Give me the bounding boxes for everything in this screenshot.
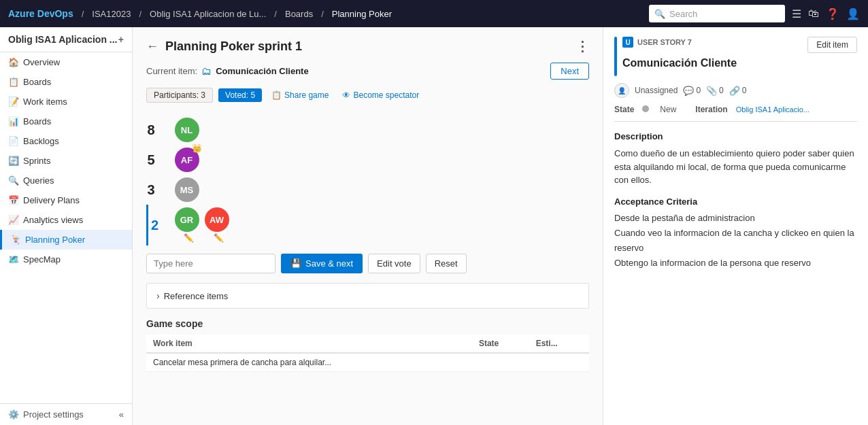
acceptance-text: Desde la pestaña de administracion Cuand… (614, 211, 857, 271)
add-project-icon[interactable]: + (118, 34, 124, 45)
acceptance-line-2: Cuando veo la informacion de la cancha y… (614, 226, 857, 256)
list-icon[interactable]: ☰ (792, 7, 801, 20)
panel-state-row: State New Iteration Oblig ISA1 Aplicacio… (614, 105, 857, 122)
top-navbar: Azure DevOps / ISA12023 / Oblig ISA1 Apl… (0, 0, 868, 27)
vote-input-row: 💾 Save & next Edit vote Reset (146, 254, 589, 273)
shopping-icon[interactable]: 🛍 (808, 7, 819, 20)
breadcrumb-isa[interactable]: ISA12023 (92, 9, 131, 19)
save-next-button[interactable]: 💾 Save & next (281, 254, 363, 273)
game-scope-section: Game scope Work item State Esti... Cance… (146, 318, 589, 372)
sidebar-item-overview[interactable]: 🏠 Overview (0, 52, 132, 72)
table-row: 2 GR ✏️ AW ✏️ (148, 205, 588, 245)
vote-2: 2 (151, 218, 158, 233)
reset-button[interactable]: Reset (426, 254, 467, 273)
reference-items-section[interactable]: › Reference items (146, 283, 589, 309)
back-button[interactable]: ← (146, 39, 158, 54)
become-spectator-button[interactable]: 👁 Become spectator (338, 88, 423, 102)
collapse-icon[interactable]: « (119, 409, 124, 420)
sidebar-item-planning-poker[interactable]: 🃏 Planning Poker (0, 230, 132, 250)
sidebar-item-specmap[interactable]: 🗺️ SpecMap (0, 250, 132, 269)
overview-icon: 🏠 (8, 57, 19, 67)
state-label: State (614, 105, 634, 114)
unassigned-avatar: 👤 (614, 83, 629, 98)
user-story-tag: U USER STORY 7 (622, 37, 692, 48)
sidebar-item-delivery-plans[interactable]: 📅 Delivery Plans (0, 190, 132, 210)
brand-logo: Azure DevOps (8, 8, 73, 19)
sidebar-item-workitems[interactable]: 📝 Work items (0, 92, 132, 112)
search-icon: 🔍 (654, 9, 665, 19)
next-button[interactable]: Next (550, 63, 589, 80)
breadcrumb-project[interactable]: Oblig ISA1 Aplicacion de Lu... (150, 9, 266, 19)
sidebar-item-boards-top[interactable]: 📋 Boards (0, 72, 132, 92)
acceptance-title: Acceptance Criteria (614, 197, 857, 207)
user-icon[interactable]: 👤 (846, 7, 860, 20)
queries-icon: 🔍 (8, 175, 19, 186)
iteration-label: Iteration (695, 105, 727, 114)
delivery-icon: 📅 (8, 195, 19, 205)
crown-icon: 👑 (192, 143, 202, 153)
settings-icon: ⚙️ (8, 409, 19, 420)
more-options-button[interactable]: ⋮ (575, 38, 589, 54)
search-input-label: Search (669, 9, 697, 19)
acceptance-line-1: Desde la pestaña de administracion (614, 211, 857, 226)
acceptance-line-3: Obtengo la informacion de la persona que… (614, 256, 857, 271)
col-state: State (472, 335, 529, 353)
share-game-button[interactable]: 📋 Share game (267, 88, 333, 102)
backlogs-icon: 📄 (8, 136, 19, 146)
state-value: New (660, 105, 676, 114)
help-icon[interactable]: ❓ (826, 7, 839, 20)
panel-divider (614, 37, 617, 76)
table-row: 3 MS (148, 175, 588, 205)
sidebar-item-queries[interactable]: 🔍 Queries (0, 171, 132, 190)
col-esti: Esti... (529, 335, 589, 353)
vote-8-players: NL (175, 115, 588, 145)
current-item-text: Current item: (146, 66, 197, 76)
share-icon: 📋 (271, 90, 282, 100)
vote-8: 8 (148, 115, 175, 145)
table-row: Cancelar mesa primera de cancha para alq… (146, 353, 589, 372)
reference-label: Reference items (164, 291, 229, 301)
sidebar-item-boards[interactable]: 📊 Boards (0, 112, 132, 131)
breadcrumb-boards[interactable]: Boards (285, 9, 313, 19)
right-panel: U USER STORY 7 Edit item Comunicación Cl… (603, 27, 868, 425)
vote-2-players: GR ✏️ AW ✏️ (175, 205, 588, 245)
sidebar-footer-settings[interactable]: ⚙️ Project settings « (0, 403, 132, 425)
sprints-icon: 🔄 (8, 156, 19, 166)
panel-header-row: U USER STORY 7 Edit item Comunicación Cl… (614, 37, 857, 76)
current-item-bar: Current item: 🗂 Comunicación Cliente Nex… (146, 63, 589, 80)
vote-5: 5 (148, 145, 175, 175)
link-count: 🔗 0 (729, 86, 747, 96)
col-work-item: Work item (146, 335, 472, 353)
toolbar-bar: Participants: 3 Voted: 5 📋 Share game 👁 … (146, 88, 589, 103)
state-dot (642, 105, 652, 114)
breadcrumb-planning-poker[interactable]: Planning Poker (332, 9, 392, 19)
scope-esti (529, 353, 589, 372)
boards-icon: 📋 (8, 77, 19, 87)
vote-input[interactable] (146, 254, 276, 273)
edit-item-button[interactable]: Edit item (807, 37, 857, 53)
workitems-icon: 📝 (8, 97, 19, 107)
sidebar-item-analytics[interactable]: 📈 Analytics views (0, 210, 132, 230)
search-box[interactable]: 🔍 Search (649, 5, 785, 22)
avatar-af: AF 👑 (175, 148, 199, 172)
edit-vote-button[interactable]: Edit vote (368, 254, 420, 273)
save-icon: 💾 (290, 258, 301, 269)
board-icon: 🗂 (201, 65, 212, 77)
sidebar-item-sprints[interactable]: 🔄 Sprints (0, 151, 132, 171)
edit-aw-icon[interactable]: ✏️ (214, 233, 224, 243)
table-row: 8 NL (148, 115, 588, 145)
content-area: ← Planning Poker sprint 1 ⋮ Current item… (133, 27, 603, 425)
scope-state (472, 353, 529, 372)
sidebar-item-backlogs[interactable]: 📄 Backlogs (0, 131, 132, 151)
voted-badge: Voted: 5 (218, 88, 262, 102)
edit-gr-icon[interactable]: ✏️ (184, 233, 194, 243)
avatar-aw: AW (205, 207, 229, 232)
attachment-count: 📎 0 (706, 86, 724, 96)
scope-work-item: Cancelar mesa primera de cancha para alq… (146, 353, 472, 372)
description-title: Description (614, 131, 857, 141)
avatar-nl: NL (175, 118, 199, 142)
voting-table: 8 NL 5 AF 👑 3 (146, 115, 589, 245)
main-layout: Oblig ISA1 Aplicacion ... + 🏠 Overview 📋… (0, 27, 868, 425)
attachment-icon: 📎 (706, 86, 717, 96)
table-row: 5 AF 👑 (148, 145, 588, 175)
